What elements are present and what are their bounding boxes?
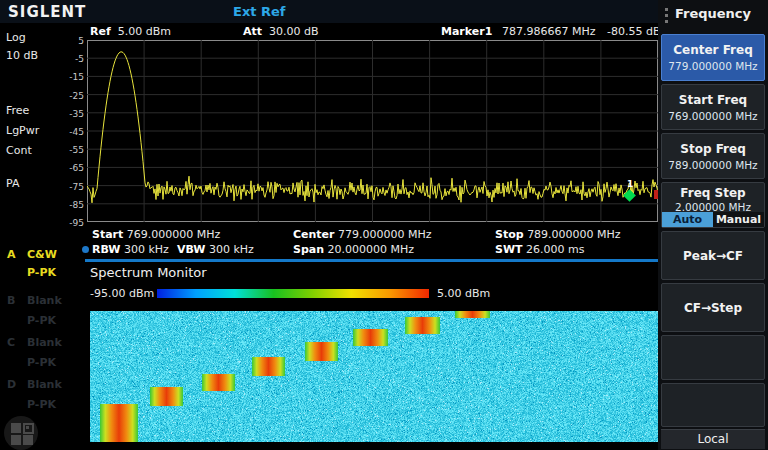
ext-ref-status: Ext Ref	[233, 4, 286, 19]
marker1-label: 1	[627, 179, 633, 189]
rbw-coupled-dot	[82, 246, 89, 253]
trace-a-type: C&W	[27, 248, 57, 261]
y-tick-label: -35	[54, 109, 84, 119]
trace-b-detector: P-PK	[27, 314, 56, 327]
y-tick-label: -65	[54, 163, 84, 173]
waterfall-display	[90, 311, 658, 442]
trace-d-detector: P-PK	[27, 398, 56, 411]
swt-readout: SWT 26.000 ms	[495, 243, 585, 256]
peak-to-cf-button[interactable]: Peak→CF	[661, 231, 765, 280]
y-tick-label: 5	[54, 36, 84, 46]
center-freq-readout: Center 779.000000 MHz	[293, 228, 432, 241]
rbw-readout: RBW 300 kHz	[92, 243, 169, 256]
apps-grid-icon[interactable]	[4, 416, 38, 450]
section-divider	[85, 259, 660, 262]
softkey-blank-1[interactable]	[661, 335, 765, 380]
marker-freq: 787.986667 MHz	[502, 25, 596, 38]
y-tick-label: -5	[54, 54, 84, 64]
trace-d-id: D	[7, 378, 16, 391]
scale-div-label: 10 dB	[6, 49, 38, 62]
span-readout: Span 20.000000 MHz	[293, 243, 414, 256]
brand-logo: SIGLENT	[8, 3, 86, 21]
softkey-menu: Frequency Center Freq 779.000000 MHz Sta…	[658, 0, 768, 450]
trace-c-id: C	[7, 336, 15, 349]
spectrum-plot: 1	[87, 40, 658, 222]
att-value: 30.00 dB	[269, 25, 319, 38]
y-tick-label: -25	[54, 91, 84, 101]
trace-a-line	[87, 40, 658, 222]
y-tick-label: -95	[54, 218, 84, 228]
spectrum-analyzer-screen: SIGLENT Ext Ref Ref 5.00 dBm Att 30.00 d…	[0, 0, 768, 450]
scale-min-label: -95.00 dBm	[90, 287, 154, 300]
attenuation-readout: Att 30.00 dB	[243, 25, 319, 38]
freq-step-manual-tab[interactable]: Manual	[713, 212, 764, 227]
y-tick-label: -85	[54, 200, 84, 210]
amplitude-colorbar	[157, 289, 429, 298]
freq-step-auto-tab[interactable]: Auto	[662, 212, 713, 227]
y-tick-label: -45	[54, 127, 84, 137]
menu-title: Frequency	[658, 6, 768, 21]
local-button[interactable]: Local	[661, 429, 765, 449]
ref-label: Ref	[90, 25, 111, 38]
trace-b-id: B	[7, 294, 15, 307]
center-freq-button[interactable]: Center Freq 779.000000 MHz	[661, 34, 765, 81]
vbw-readout: VBW 300 kHz	[177, 243, 254, 256]
trace-c-detector: P-PK	[27, 356, 56, 369]
y-tick-label: -55	[54, 145, 84, 155]
softkey-blank-2[interactable]	[661, 383, 765, 427]
trigger-cont-label: Cont	[6, 144, 32, 157]
scale-type-label: Log	[6, 31, 26, 44]
marker-label: Marker1	[441, 25, 492, 38]
stop-freq-button[interactable]: Stop Freq 789.000000 MHz	[661, 133, 765, 179]
ref-level-readout: Ref 5.00 dBm	[90, 25, 171, 38]
y-tick-label: -15	[54, 72, 84, 82]
scale-max-label: 5.00 dBm	[437, 287, 490, 300]
cf-to-step-button[interactable]: CF→Step	[661, 283, 765, 332]
preamp-label: PA	[6, 177, 19, 190]
y-tick-label: -75	[54, 182, 84, 192]
spectrum-monitor-title: Spectrum Monitor	[90, 265, 207, 280]
stop-freq-readout: Stop 789.000000 MHz	[495, 228, 621, 241]
trace-a-id: A	[7, 248, 16, 261]
trace-c-type: Blank	[27, 336, 62, 349]
att-label: Att	[243, 25, 262, 38]
ref-value: 5.00 dBm	[118, 25, 171, 38]
trace-a-detector: P-PK	[27, 266, 56, 279]
top-bar	[0, 0, 658, 23]
marker-readout: Marker1	[441, 25, 492, 38]
freq-step-button[interactable]: Freq Step 2.000000 MHz Auto Manual	[661, 182, 765, 228]
start-freq-readout: Start 769.000000 MHz	[92, 228, 220, 241]
trace-d-type: Blank	[27, 378, 62, 391]
trigger-lgpwr-label: LgPwr	[6, 124, 39, 137]
trace-b-type: Blank	[27, 294, 62, 307]
trigger-free-label: Free	[6, 104, 29, 117]
start-freq-button[interactable]: Start Freq 769.000000 MHz	[661, 84, 765, 130]
